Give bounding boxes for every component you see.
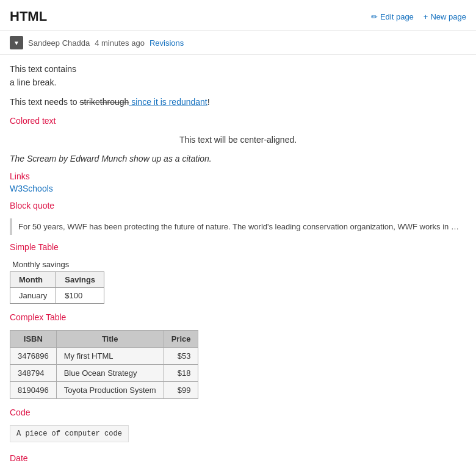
simple-table-header-row: Month Savings: [10, 271, 104, 287]
table-cell: January: [10, 287, 56, 303]
line-break-line1: This text contains: [10, 64, 76, 74]
author-name: Sandeep Chadda: [28, 38, 90, 48]
strikethrough-word: strikethrough: [79, 97, 129, 107]
blockquote-text: For 50 years, WWF has been protecting th…: [18, 222, 466, 231]
blockquote: For 50 years, WWF has been protecting th…: [10, 218, 466, 235]
table-cell: 8190496: [10, 381, 57, 398]
citation-title: The Scream: [10, 154, 56, 163]
line-break-paragraph: This text contains a line break.: [10, 62, 466, 90]
page-header: HTML ✏ Edit page + New page: [0, 0, 476, 31]
avatar: ▼: [10, 36, 23, 49]
table-row: 3476896My first HTML$53: [10, 347, 198, 364]
new-label: New page: [430, 12, 466, 21]
table-cell: Toyota Production System: [56, 381, 164, 398]
edit-label: Edit page: [380, 12, 414, 21]
simple-table-caption: Monthly savings: [10, 260, 466, 269]
w3schools-link[interactable]: W3Schools: [10, 184, 466, 193]
citation-paragraph: The Scream by Edward Munch show up as a …: [10, 153, 466, 165]
code-label: Code: [10, 406, 466, 419]
page-title: HTML: [10, 9, 47, 24]
simple-table-col-month: Month: [10, 271, 56, 287]
simple-table-label: Simple Table: [10, 241, 466, 254]
complex-table-label: Complex Table: [10, 311, 466, 324]
table-cell: $100: [56, 287, 104, 303]
edit-icon: ✏: [371, 12, 378, 21]
citation-rest: by Edward Munch show up as a citation.: [56, 154, 211, 163]
revisions-link[interactable]: Revisions: [150, 38, 184, 48]
strikethrough-prefix: This text needs to: [10, 97, 79, 107]
edit-page-button[interactable]: ✏ Edit page: [371, 12, 414, 21]
colored-text: Colored text: [10, 115, 466, 127]
complex-table-col-price: Price: [164, 330, 198, 347]
meta-bar: ▼ Sandeep Chadda 4 minutes ago Revisions: [0, 31, 476, 55]
line-break-line2: a line break.: [10, 77, 56, 87]
table-cell: $53: [164, 347, 198, 364]
plus-icon: +: [424, 12, 428, 21]
table-cell: My first HTML: [56, 347, 164, 364]
simple-table: Month Savings January$100: [10, 271, 104, 304]
complex-table-header-row: ISBN Title Price: [10, 330, 198, 347]
complex-table: ISBN Title Price 3476896My first HTML$53…: [10, 330, 198, 399]
time-ago: 4 minutes ago: [95, 38, 145, 48]
complex-table-col-isbn: ISBN: [10, 330, 57, 347]
table-row: 348794Blue Ocean Strategy$18: [10, 364, 198, 381]
table-row: January$100: [10, 287, 104, 303]
code-block: A piece of computer code: [10, 425, 129, 442]
new-page-button[interactable]: + New page: [424, 12, 466, 21]
content-area: This text contains a line break. This te…: [0, 55, 476, 474]
header-actions: ✏ Edit page + New page: [371, 12, 466, 21]
blockquote-label: Block quote: [10, 199, 466, 212]
table-row: 8190496Toyota Production System$99: [10, 381, 198, 398]
table-cell: Blue Ocean Strategy: [56, 364, 164, 381]
table-cell: $99: [164, 381, 198, 398]
strikethrough-paragraph: This text needs to strikethrough since i…: [10, 96, 466, 109]
redundant-link[interactable]: since it is redundant: [129, 97, 207, 107]
center-aligned-text: This text will be center-aligned.: [10, 134, 466, 146]
date-label: Date: [10, 452, 466, 465]
table-cell: 3476896: [10, 347, 57, 364]
simple-table-col-savings: Savings: [56, 271, 104, 287]
table-cell: $18: [164, 364, 198, 381]
links-label[interactable]: Links: [10, 171, 466, 181]
complex-table-col-title: Title: [56, 330, 164, 347]
table-cell: 348794: [10, 364, 57, 381]
